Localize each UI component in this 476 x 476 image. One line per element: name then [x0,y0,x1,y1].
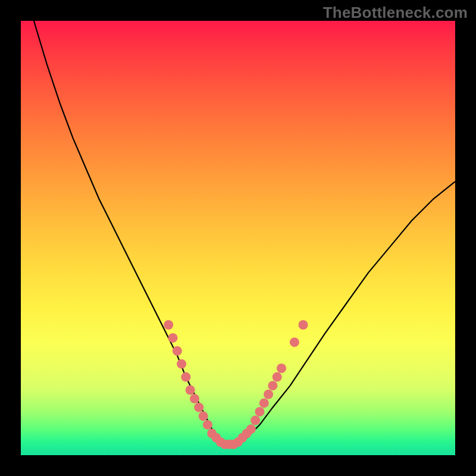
data-dot [186,386,195,395]
data-dot [273,372,282,382]
data-dot [264,390,273,399]
data-dot [173,346,182,356]
data-dots [164,320,308,449]
data-dot [246,424,256,434]
chart-frame: TheBottleneck.com [0,0,476,476]
data-dot [168,333,178,343]
data-dot [259,398,269,408]
bottleneck-curve [21,21,455,455]
data-dot [181,372,190,382]
plot-area [21,21,455,455]
data-dot [194,403,203,412]
data-dot [190,394,199,403]
data-dot [164,320,173,330]
curve-line [34,21,455,446]
data-dot [250,416,260,425]
data-dot [255,407,265,416]
data-dot [177,359,186,369]
data-dot [203,420,212,430]
data-dot [277,364,286,373]
data-dot [290,337,299,347]
watermark-text: TheBottleneck.com [323,4,468,22]
data-dot [268,381,277,390]
data-dot [199,411,208,421]
data-dot [299,320,308,330]
